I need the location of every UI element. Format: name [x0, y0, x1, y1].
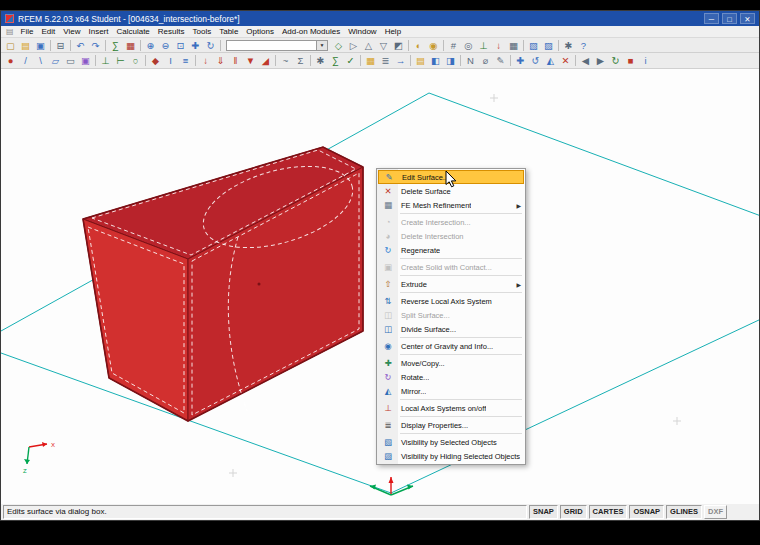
nodal-load-icon[interactable]: ⇓ [213, 54, 228, 67]
context-menu-item-extrude[interactable]: ⇧Extrude▶ [378, 277, 524, 291]
redo-icon[interactable]: ↷ [88, 39, 103, 52]
navigator-icon[interactable]: ◧ [428, 54, 443, 67]
selection-combobox[interactable]: ▼ [226, 40, 328, 51]
next-view-icon[interactable]: ▶ [593, 54, 608, 67]
member-hinge-icon[interactable]: ○ [128, 54, 143, 67]
zoom-out-icon[interactable]: ⊖ [158, 39, 173, 52]
context-menu-item-move-copy[interactable]: ✚Move/Copy... [378, 356, 524, 370]
menu-item-help[interactable]: Help [381, 27, 405, 36]
menu-item-file[interactable]: File [17, 27, 38, 36]
view-y-icon[interactable]: △ [361, 39, 376, 52]
panel-icon[interactable]: ◨ [443, 54, 458, 67]
imperfection-icon[interactable]: ~ [278, 54, 293, 67]
isometric-view-icon[interactable]: ◇ [331, 39, 346, 52]
menu-item-results[interactable]: Results [154, 27, 189, 36]
clipping-icon[interactable]: ▨ [541, 39, 556, 52]
menu-item-add-on-modules[interactable]: Add-on Modules [278, 27, 344, 36]
status-toggle-cartes[interactable]: CARTES [589, 505, 628, 519]
renumber-icon[interactable]: N [463, 54, 478, 67]
viewport[interactable]: X Z ✎Edit Surface...✕Delete Surface▦FE M… [1, 69, 759, 504]
new-member-icon[interactable]: \ [33, 54, 48, 67]
zoom-in-icon[interactable]: ⊕ [143, 39, 158, 52]
cross-section-icon[interactable]: I [163, 54, 178, 67]
snap-icon[interactable]: ◎ [461, 39, 476, 52]
supports-display-icon[interactable]: ⊥ [476, 39, 491, 52]
load-combination-icon[interactable]: Σ [293, 54, 308, 67]
results-icon[interactable]: ▦ [123, 39, 138, 52]
calculation-params-icon[interactable]: ✱ [313, 54, 328, 67]
context-menu-item-reverse-local-axis-system[interactable]: ⇅Reverse Local Axis System [378, 294, 524, 308]
results-table-icon[interactable]: ▦ [363, 54, 378, 67]
lighting-icon[interactable]: ◉ [426, 39, 441, 52]
grid-icon[interactable]: # [446, 39, 461, 52]
measure-icon[interactable]: ⌀ [478, 54, 493, 67]
rotate-view-icon[interactable]: ↻ [203, 39, 218, 52]
menu-item-view[interactable]: View [59, 27, 84, 36]
close-button[interactable]: ✕ [740, 13, 755, 24]
context-menu-item-fe-mesh-refinement[interactable]: ▦FE Mesh Refinement▶ [378, 198, 524, 212]
selection-combobox-input[interactable] [227, 41, 316, 50]
free-load-icon[interactable]: ◢ [258, 54, 273, 67]
thickness-icon[interactable]: ≡ [178, 54, 193, 67]
load-case-icon[interactable]: ↓ [198, 54, 213, 67]
calculate-all-icon[interactable]: ∑ [328, 54, 343, 67]
calculate-icon[interactable]: ∑ [108, 39, 123, 52]
menu-item-edit[interactable]: Edit [37, 27, 59, 36]
print-icon[interactable]: ⊟ [53, 39, 68, 52]
export-icon[interactable]: → [393, 54, 408, 67]
menu-item-insert[interactable]: Insert [84, 27, 112, 36]
menu-item-calculate[interactable]: Calculate [112, 27, 153, 36]
rendering-icon[interactable]: ◐ [411, 39, 426, 52]
context-menu-item-local-axis-systems-on-off[interactable]: ⊥Local Axis Systems on/off [378, 401, 524, 415]
mirror-objects-icon[interactable]: ◭ [543, 54, 558, 67]
context-menu-item-rotate[interactable]: ↻Rotate... [378, 370, 524, 384]
context-menu-item-regenerate[interactable]: ↻Regenerate [378, 243, 524, 257]
view-z-icon[interactable]: ▽ [376, 39, 391, 52]
view-x-icon[interactable]: ▷ [346, 39, 361, 52]
undo-icon[interactable]: ↶ [73, 39, 88, 52]
new-file-icon[interactable]: ▢ [3, 39, 18, 52]
visibility-icon[interactable]: ▧ [526, 39, 541, 52]
perspective-view-icon[interactable]: ◩ [391, 39, 406, 52]
maximize-button[interactable]: □ [722, 13, 737, 24]
delete-objects-icon[interactable]: ✕ [558, 54, 573, 67]
info-icon[interactable]: i [638, 54, 653, 67]
context-menu-item-center-of-gravity-and-info[interactable]: ◉Center of Gravity and Info... [378, 339, 524, 353]
status-toggle-glines[interactable]: GLINES [666, 505, 702, 519]
menu-item-tools[interactable]: Tools [189, 27, 216, 36]
settings-icon[interactable]: ✱ [561, 39, 576, 52]
tables-icon[interactable]: ▤ [413, 54, 428, 67]
stop-icon[interactable]: ■ [623, 54, 638, 67]
context-menu-item-visibility-by-selected-objects[interactable]: ▧Visibility by Selected Objects [378, 435, 524, 449]
status-toggle-grid[interactable]: GRID [560, 505, 587, 519]
context-menu-item-divide-surface[interactable]: ◫Divide Surface... [378, 322, 524, 336]
minimize-button[interactable]: ─ [704, 13, 719, 24]
line-support-icon[interactable]: ⊢ [113, 54, 128, 67]
status-toggle-dxf[interactable]: DXF [704, 505, 727, 519]
menu-item-table[interactable]: Table [215, 27, 242, 36]
previous-view-icon[interactable]: ◀ [578, 54, 593, 67]
save-icon[interactable]: ▣ [33, 39, 48, 52]
fe-mesh-display-icon[interactable]: ▦ [506, 39, 521, 52]
context-menu-item-mirror[interactable]: ◭Mirror... [378, 384, 524, 398]
new-opening-icon[interactable]: ▭ [63, 54, 78, 67]
printout-report-icon[interactable]: ≣ [378, 54, 393, 67]
rotate-objects-icon[interactable]: ↺ [528, 54, 543, 67]
context-menu-item-visibility-by-hiding-selected-objects[interactable]: ▨Visibility by Hiding Selected Objects [378, 449, 524, 463]
material-icon[interactable]: ◆ [148, 54, 163, 67]
context-menu-item-display-properties[interactable]: ≣Display Properties... [378, 418, 524, 432]
pan-icon[interactable]: ✚ [188, 39, 203, 52]
new-node-icon[interactable]: ● [3, 54, 18, 67]
menu-item-options[interactable]: Options [242, 27, 278, 36]
refresh-icon[interactable]: ↻ [608, 54, 623, 67]
chevron-down-icon[interactable]: ▼ [316, 41, 327, 50]
help-icon[interactable]: ? [576, 39, 591, 52]
menu-item-window[interactable]: Window [344, 27, 380, 36]
move-objects-icon[interactable]: ✚ [513, 54, 528, 67]
zoom-window-icon[interactable]: ⊡ [173, 39, 188, 52]
status-toggle-osnap[interactable]: OSNAP [629, 505, 664, 519]
surface-load-icon[interactable]: ▼ [243, 54, 258, 67]
comment-icon[interactable]: ✎ [493, 54, 508, 67]
nodal-support-icon[interactable]: ⊥ [98, 54, 113, 67]
new-surface-icon[interactable]: ▱ [48, 54, 63, 67]
